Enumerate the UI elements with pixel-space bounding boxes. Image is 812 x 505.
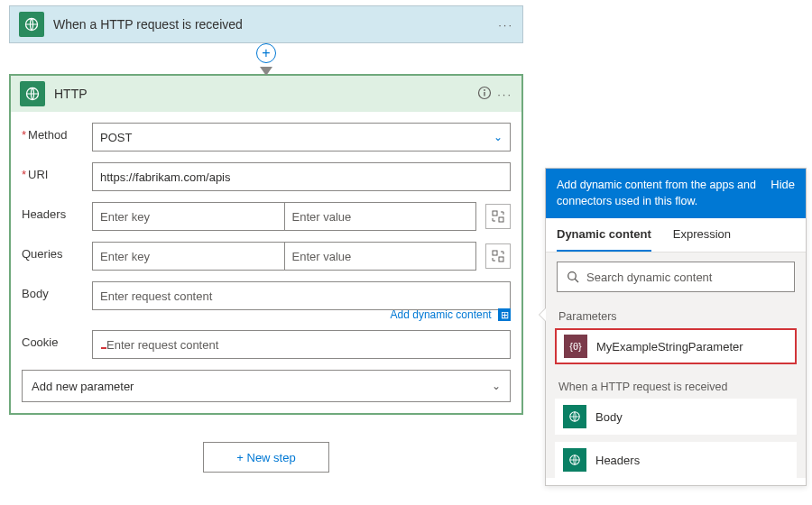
headers-mode-toggle[interactable] (485, 204, 511, 229)
cookie-input[interactable]: Enter request content (92, 330, 511, 359)
new-step-button[interactable]: + New step (203, 442, 329, 473)
queries-label: Queries (22, 242, 92, 261)
http-more-icon[interactable]: ··· (497, 87, 512, 101)
http-icon (563, 405, 586, 428)
method-value: POST (100, 131, 132, 144)
http-action-card: HTTP ··· Method POST ⌄ URI (9, 74, 523, 415)
add-new-parameter-select[interactable]: Add new parameter ⌄ (22, 370, 511, 402)
dc-banner: Add dynamic content from the apps and co… (557, 178, 763, 209)
svg-rect-3 (484, 92, 484, 96)
dc-search-input[interactable]: Search dynamic content (557, 262, 795, 292)
svg-rect-5 (493, 211, 497, 216)
svg-rect-8 (499, 257, 503, 262)
add-step-icon[interactable]: + (256, 43, 276, 63)
dc-group-parameters: Parameters (546, 301, 806, 328)
http-icon (563, 448, 586, 472)
chevron-down-icon: ⌄ (492, 380, 501, 392)
cookie-label: Cookie (22, 330, 92, 349)
trigger-title: When a HTTP request is received (53, 17, 498, 32)
globe-icon (20, 81, 45, 106)
svg-rect-6 (499, 217, 503, 222)
info-icon[interactable] (477, 86, 492, 103)
body-label: Body (22, 281, 92, 300)
callout-arrow-icon (539, 308, 546, 322)
svg-point-4 (484, 89, 485, 91)
plus-icon: ⊞ (498, 308, 511, 321)
tab-dynamic-content[interactable]: Dynamic content (557, 218, 651, 252)
globe-icon (19, 12, 44, 37)
parameter-icon: {θ} (564, 335, 587, 358)
http-action-title: HTTP (54, 87, 477, 101)
dynamic-content-panel: Add dynamic content from the apps and co… (545, 168, 807, 486)
arrow-down-icon (260, 67, 272, 76)
svg-point-9 (568, 272, 577, 280)
headers-label: Headers (22, 202, 92, 221)
trigger-more-icon[interactable]: ··· (498, 18, 513, 32)
tab-expression[interactable]: Expression (673, 218, 731, 252)
uri-value: https://fabrikam.com/apis (100, 170, 231, 184)
uri-input[interactable]: https://fabrikam.com/apis (92, 162, 511, 191)
queries-key-input[interactable]: Enter key (92, 242, 284, 271)
http-action-header[interactable]: HTTP ··· (11, 76, 521, 112)
method-label: Method (22, 123, 92, 142)
add-dynamic-content-link[interactable]: Add dynamic content ⊞ (92, 308, 511, 321)
queries-mode-toggle[interactable] (485, 243, 511, 269)
dc-item-parameter[interactable]: {θ} MyExampleStringParameter (555, 328, 797, 364)
search-icon (567, 271, 579, 283)
dc-item-body[interactable]: Body (555, 399, 797, 435)
uri-label: URI (22, 162, 92, 181)
svg-line-10 (575, 279, 578, 282)
headers-key-input[interactable]: Enter key (92, 202, 284, 231)
body-input[interactable]: Enter request content (92, 281, 511, 310)
svg-rect-7 (493, 251, 497, 255)
chevron-down-icon: ⌄ (494, 131, 503, 143)
method-select[interactable]: POST ⌄ (92, 123, 511, 152)
dc-item-headers[interactable]: Headers (555, 442, 797, 478)
dc-group-trigger: When a HTTP request is received (546, 372, 806, 399)
connector: + (9, 43, 523, 76)
trigger-card[interactable]: When a HTTP request is received ··· (9, 5, 523, 43)
headers-value-input[interactable]: Enter value (284, 202, 477, 231)
queries-value-input[interactable]: Enter value (284, 242, 477, 271)
hide-button[interactable]: Hide (770, 178, 795, 191)
